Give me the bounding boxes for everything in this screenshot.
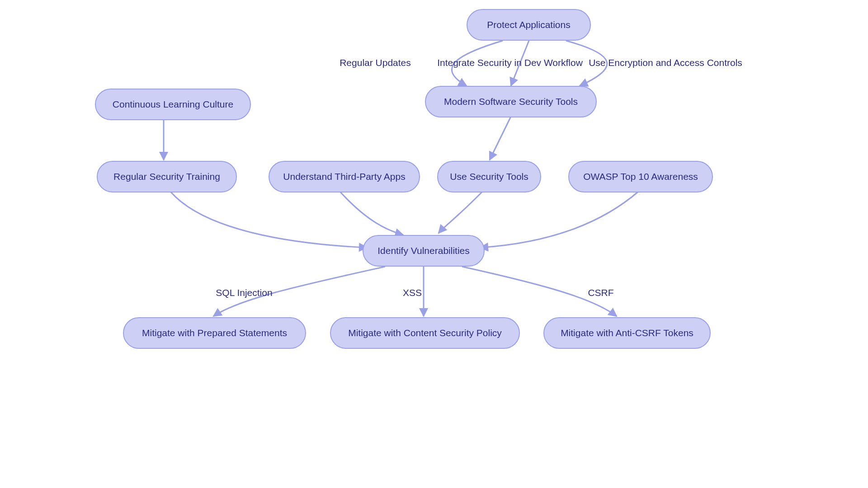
node-use-tools: Use Security Tools — [437, 161, 541, 192]
node-owasp: OWASP Top 10 Awareness — [568, 161, 713, 192]
node-regular-training: Regular Security Training — [97, 161, 237, 192]
edge-label-enc-access: Use Encryption and Access Controls — [589, 57, 742, 68]
node-continuous-learning: Continuous Learning Culture — [95, 89, 251, 120]
edge-label-regular-updates: Regular Updates — [340, 57, 411, 68]
edge-label-sql: SQL Injection — [216, 287, 272, 298]
flowchart-canvas: Protect Applications Regular Updates Int… — [87, 0, 781, 390]
node-modern-tools: Modern Software Security Tools — [425, 86, 597, 117]
edge-usetools-identify — [439, 192, 482, 233]
edge-owasp-identify — [480, 192, 638, 248]
edge-label-integrate-dev: Integrate Security in Dev Workflow — [437, 57, 583, 68]
node-mit-sql: Mitigate with Prepared Statements — [123, 317, 306, 349]
node-protect-applications: Protect Applications — [467, 9, 591, 41]
edge-label-csrf: CSRF — [588, 287, 613, 298]
node-mit-csp: Mitigate with Content Security Policy — [330, 317, 520, 349]
edge-training-identify — [170, 192, 367, 248]
edge-label-xss: XSS — [403, 287, 422, 298]
node-identify-vuln: Identify Vulnerabilities — [363, 235, 485, 267]
edge-thirdparty-identify — [340, 192, 403, 235]
edge-modern-use — [490, 117, 511, 160]
node-mit-csrf: Mitigate with Anti-CSRF Tokens — [543, 317, 711, 349]
node-third-party: Understand Third-Party Apps — [269, 161, 420, 192]
